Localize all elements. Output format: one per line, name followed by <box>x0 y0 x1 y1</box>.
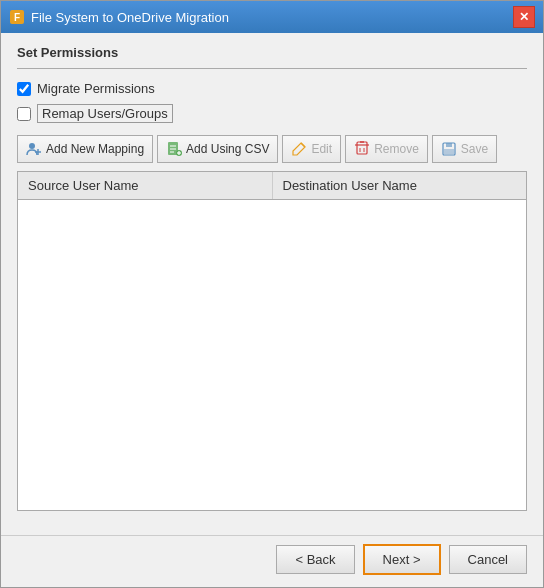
add-new-mapping-label: Add New Mapping <box>46 142 144 156</box>
svg-rect-12 <box>357 142 367 154</box>
table-body <box>18 200 526 510</box>
table-header: Source User Name Destination User Name <box>18 172 526 200</box>
edit-label: Edit <box>311 142 332 156</box>
remove-label: Remove <box>374 142 419 156</box>
app-icon: F <box>9 9 25 25</box>
destination-user-header: Destination User Name <box>273 172 527 199</box>
svg-point-2 <box>29 143 35 149</box>
csv-icon <box>166 141 182 157</box>
migrate-permissions-row: Migrate Permissions <box>17 81 527 96</box>
edit-icon <box>291 141 307 157</box>
add-using-csv-button[interactable]: Add Using CSV <box>157 135 278 163</box>
remove-button[interactable]: Remove <box>345 135 428 163</box>
add-user-icon <box>26 141 42 157</box>
source-user-header: Source User Name <box>18 172 273 199</box>
add-using-csv-label: Add Using CSV <box>186 142 269 156</box>
mapping-toolbar: Add New Mapping Add Using CSV <box>17 135 527 163</box>
svg-rect-19 <box>444 149 454 154</box>
add-new-mapping-button[interactable]: Add New Mapping <box>17 135 153 163</box>
migrate-permissions-checkbox[interactable] <box>17 82 31 96</box>
mapping-table: Source User Name Destination User Name <box>17 171 527 511</box>
remap-users-row: Remap Users/Groups <box>17 104 527 123</box>
section-header: Set Permissions <box>17 45 527 69</box>
title-bar: F File System to OneDrive Migration ✕ <box>1 1 543 33</box>
save-label: Save <box>461 142 488 156</box>
main-window: F File System to OneDrive Migration ✕ Se… <box>0 0 544 588</box>
close-button[interactable]: ✕ <box>513 6 535 28</box>
remap-users-checkbox[interactable] <box>17 107 31 121</box>
svg-text:F: F <box>14 12 20 23</box>
cancel-button[interactable]: Cancel <box>449 545 527 574</box>
migrate-permissions-label[interactable]: Migrate Permissions <box>37 81 155 96</box>
save-icon <box>441 141 457 157</box>
remove-icon <box>354 141 370 157</box>
remap-users-label[interactable]: Remap Users/Groups <box>37 104 173 123</box>
edit-button[interactable]: Edit <box>282 135 341 163</box>
title-bar-left: F File System to OneDrive Migration <box>9 9 229 25</box>
footer: < Back Next > Cancel <box>1 535 543 587</box>
content-area: Set Permissions Migrate Permissions Rema… <box>1 33 543 535</box>
window-title: File System to OneDrive Migration <box>31 10 229 25</box>
save-button[interactable]: Save <box>432 135 497 163</box>
next-button[interactable]: Next > <box>363 544 441 575</box>
svg-rect-18 <box>446 143 452 147</box>
back-button[interactable]: < Back <box>276 545 354 574</box>
